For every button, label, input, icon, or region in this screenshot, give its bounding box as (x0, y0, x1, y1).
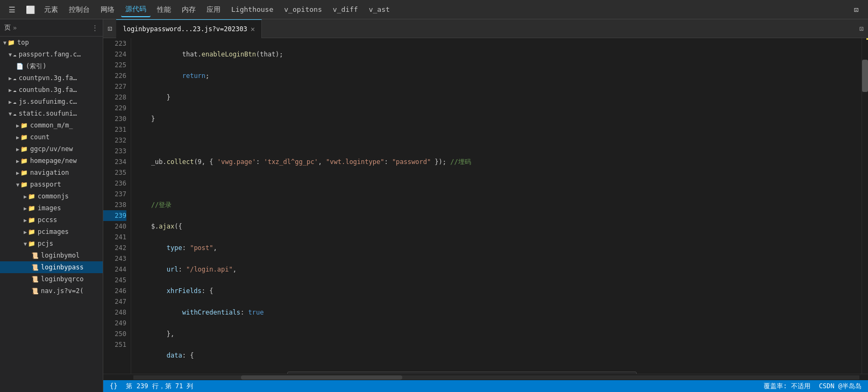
menu-application[interactable]: 应用 (202, 3, 225, 17)
sidebar-item-common-m[interactable]: ▶ 📁 common_m/m_ (0, 119, 103, 131)
editor-tab-active[interactable]: loginbypassword...23.js?v=202303 × (116, 19, 262, 38)
sidebar-item-label: nav.js?v=2( (41, 287, 83, 295)
line-num: 243 (103, 253, 126, 264)
menu-v-options[interactable]: v_opitons (280, 3, 326, 16)
sidebar-item-top[interactable]: ▼ 📁 top (0, 37, 103, 48)
code-line-233: url: "/login.api", (136, 264, 862, 275)
inspect-icon[interactable]: ⬜ (23, 2, 38, 17)
sidebar-item-label: loginbypass (41, 263, 83, 271)
chevron-down-icon: ▼ (24, 241, 27, 247)
hscroll-thumb[interactable] (241, 375, 402, 380)
chevron-right-icon: ▶ (16, 158, 19, 164)
code-line-235: withCredentials: true (136, 307, 862, 318)
sidebar-item-label: passport (30, 181, 61, 188)
menu-v-ast[interactable]: v_ast (365, 3, 394, 16)
sidebar-item-count[interactable]: ▶ 📁 count (0, 131, 103, 143)
sidebar-item-homepage[interactable]: ▶ 📁 homepage/new (0, 155, 103, 167)
menu-elements[interactable]: 元素 (40, 3, 62, 17)
folder-icon: 📁 (28, 217, 35, 224)
folder-icon: 📁 (28, 229, 35, 236)
editor-area: ⊡ loginbypassword...23.js?v=202303 × ⊡ 2… (103, 19, 868, 392)
sidebar-item-pccss[interactable]: ▶ 📁 pccss (0, 214, 103, 226)
sidebar-item-pcimages[interactable]: ▶ 📁 pcimages (0, 226, 103, 238)
sidebar-item-loginbymol[interactable]: 📜 loginbymol (0, 250, 103, 261)
right-scrollbar[interactable] (862, 38, 868, 374)
sidebar-item-passport-fang[interactable]: ▼ ☁ passport.fang.com (0, 48, 103, 60)
status-bar: {} 第 239 行，第 71 列 覆盖率: 不适用 CSDN @半岛岛 (103, 380, 868, 392)
chevron-right-icon: ▶ (24, 205, 27, 211)
tooltip-238: that = loginPage {burl: init(1), middleU… (287, 372, 637, 374)
line-num: 223 (103, 38, 126, 49)
chevron-right-icon: ▶ (16, 170, 19, 176)
code-line-230: //登录 (136, 199, 862, 210)
line-num: 225 (103, 60, 126, 70)
chevron-down-icon: ▼ (9, 111, 12, 117)
tab-close-btn[interactable]: × (251, 25, 255, 33)
sidebar-item-label: commonjs (38, 193, 69, 200)
line-num: 234 (103, 156, 126, 167)
js-file-icon: 📜 (31, 288, 39, 295)
menu-network[interactable]: 网络 (96, 3, 119, 17)
line-num: 246 (103, 286, 126, 296)
sidebar-expand-icon[interactable]: » (13, 24, 17, 32)
sidebar-header: 页 » ⋮ (0, 19, 103, 37)
chevron-right-icon: ▶ (16, 134, 19, 140)
sidebar-item-static-soufunimg[interactable]: ▼ ☁ static.soufunimg.c (0, 108, 103, 119)
sidebar-item-countubn[interactable]: ▶ ☁ countubn.3g.fang. (0, 84, 103, 96)
folder-icon: 📁 (28, 240, 35, 247)
sidebar-item-commonjs[interactable]: ▶ 📁 commonjs (0, 190, 103, 202)
sidebar-item-pcjs[interactable]: ▼ 📁 pcjs (0, 238, 103, 250)
code-line-231: $.ajax({ (136, 221, 862, 232)
sidebar-item-label: ggcp/uv/new (30, 145, 73, 153)
folder-icon: 📁 (8, 39, 15, 46)
tab-right-btn[interactable]: ⊡ (855, 25, 868, 33)
line-num: 241 (103, 232, 126, 243)
sidebar-item-loginbyqrco[interactable]: 📜 loginbyqrco (0, 273, 103, 285)
menu-lighthouse[interactable]: Lighthouse (227, 3, 278, 16)
chevron-right-icon: ▶ (16, 146, 19, 152)
code-content[interactable]: that.enableLoginBtn(that); return; } } _… (131, 38, 862, 374)
folder-icon: 📁 (20, 181, 28, 188)
sidebar-menu-icon[interactable]: ⋮ (91, 24, 98, 32)
sidebar-item-passport[interactable]: ▼ 📁 passport (0, 179, 103, 190)
line-num: 247 (103, 296, 126, 307)
line-num: 244 (103, 264, 126, 275)
menu-v-diff[interactable]: v_diff (329, 3, 362, 16)
hscroll-bar[interactable] (103, 374, 868, 380)
line-num: 237 (103, 189, 126, 199)
file-icon: 📄 (16, 63, 24, 70)
chevron-right-icon: ▶ (9, 87, 12, 93)
tab-left-btn[interactable]: ⊡ (103, 24, 116, 33)
sidebar-item-navigation[interactable]: ▶ 📁 navigation (0, 167, 103, 179)
sidebar-item-images[interactable]: ▶ 📁 images (0, 202, 103, 214)
folder-icon: 📁 (20, 169, 28, 176)
line-num: 239 (103, 210, 126, 221)
line-num: 227 (103, 81, 126, 92)
menu-performance[interactable]: 性能 (153, 3, 175, 17)
menu-sources[interactable]: 源代码 (121, 2, 151, 17)
menu-memory[interactable]: 内存 (177, 3, 200, 17)
sidebar-item-label: passport.fang.com (19, 51, 83, 58)
line-num: 245 (103, 275, 126, 286)
status-left: {} 第 239 行，第 71 列 (110, 382, 193, 391)
chevron-right-icon: ▶ (9, 99, 12, 105)
line-num: 233 (103, 146, 126, 156)
sidebar-item-ggcp[interactable]: ▶ 📁 ggcp/uv/new (0, 143, 103, 155)
sidebar-item-loginbypass[interactable]: 📜 loginbypass (0, 261, 103, 273)
panel-toggle-icon[interactable]: ⊡ (849, 2, 864, 17)
hscroll-track[interactable] (133, 375, 859, 380)
sidebar-item-js-soufunimg[interactable]: ▶ ☁ js.soufunimg.com (0, 96, 103, 108)
sidebar-item-label: homepage/new (30, 157, 77, 165)
sidebar-tree: ▼ 📁 top ▼ ☁ passport.fang.com 📄 (索引) ▶ ☁… (0, 37, 103, 392)
menu-console[interactable]: 控制台 (65, 3, 94, 17)
chevron-right-icon: ▶ (24, 229, 27, 235)
sidebar-item-label: static.soufunimg.c (19, 110, 81, 117)
sidebar-item-countpvn[interactable]: ▶ ☁ countpvn.3g.fang. (0, 72, 103, 84)
devtools-icon[interactable]: ☰ (4, 2, 19, 17)
sidebar-item-nav-js[interactable]: 📜 nav.js?v=2( (0, 285, 103, 297)
scrollbar-thumb[interactable] (862, 60, 868, 92)
line-num: 249 (103, 318, 126, 329)
sidebar-item-index[interactable]: 📄 (索引) (0, 60, 103, 72)
chevron-down-icon: ▼ (16, 182, 19, 188)
js-file-icon: 📜 (31, 276, 39, 283)
